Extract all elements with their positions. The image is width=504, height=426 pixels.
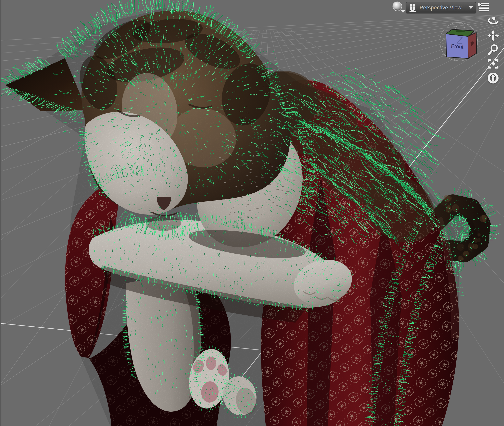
viewport-options-button[interactable]	[478, 2, 490, 13]
reset-view-icon	[488, 72, 499, 84]
shading-sphere-icon	[391, 1, 406, 14]
view-selector-label: Perspective View	[419, 5, 466, 11]
chevron-down-icon	[469, 6, 473, 9]
orbit-view-button[interactable]	[487, 16, 499, 27]
view-selector-dropdown[interactable]: Perspective View	[406, 2, 476, 13]
viewport-3d-scene[interactable]	[0, 0, 504, 426]
nav-cube-face-right[interactable]	[468, 32, 476, 58]
reset-view-button[interactable]	[487, 72, 499, 84]
option-list-icon	[478, 2, 490, 13]
frame-selected-icon	[488, 59, 498, 69]
viewport-side-toolbar	[487, 16, 499, 84]
zoom-icon	[488, 44, 499, 56]
pan-view-button[interactable]	[487, 30, 499, 41]
pan-icon	[488, 30, 499, 41]
shading-mode-button[interactable]	[391, 1, 406, 14]
orbit-icon	[488, 16, 499, 27]
nav-cube-front-label[interactable]: Front	[451, 43, 464, 50]
frame-selected-button[interactable]	[487, 58, 499, 70]
viewport-left-edge	[0, 0, 1, 426]
zoom-view-button[interactable]	[487, 44, 499, 56]
viewport: Perspective View	[0, 0, 504, 426]
navigation-cube[interactable]: Z Front	[435, 21, 483, 66]
viewport-layout-icon	[409, 3, 417, 12]
chevron-down-icon	[401, 10, 405, 13]
